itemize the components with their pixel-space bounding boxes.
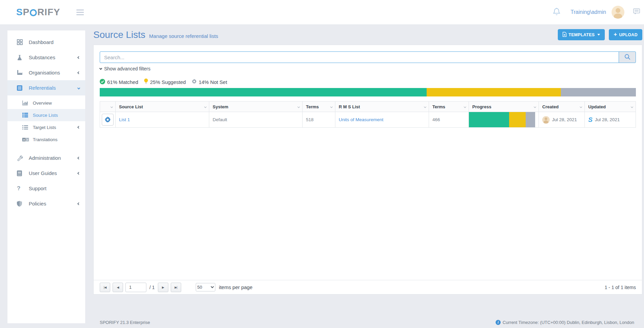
chat-icon[interactable] xyxy=(633,8,640,16)
app-version-label: SPORIFY 21.3 Enterprise xyxy=(100,320,150,325)
sidebar-item-translations[interactable]: Az Translations xyxy=(7,133,85,146)
user-avatar[interactable] xyxy=(612,6,624,19)
logo-rify: RIFY xyxy=(37,7,60,18)
column-header-progress[interactable]: Progress xyxy=(469,102,539,112)
page-total-label: / 1 xyxy=(149,285,155,290)
items-summary: 1 - 1 of 1 items xyxy=(604,285,636,290)
column-menu-icon[interactable] xyxy=(464,105,466,108)
page-size-select[interactable]: 50 xyxy=(196,283,215,291)
sidebar-item-user-guides[interactable]: User Guides xyxy=(7,166,85,181)
creator-avatar-icon xyxy=(542,116,550,124)
page-number-input[interactable] xyxy=(125,283,146,292)
column-menu-icon[interactable] xyxy=(424,105,426,108)
first-page-button[interactable]: |◀ xyxy=(100,283,110,292)
shield-icon xyxy=(17,201,24,207)
notifications-bell-icon[interactable] xyxy=(553,7,560,17)
source-lists-panel: Show advanced filters 61% Matched 25% Su… xyxy=(93,45,642,294)
column-header-rms-terms[interactable]: Terms xyxy=(429,102,469,112)
sporify-s-icon: S xyxy=(588,116,593,123)
terms-cell: 518 xyxy=(303,112,335,128)
sidebar-item-label: Overview xyxy=(33,101,52,106)
grid-icon xyxy=(17,39,24,45)
progress-matched-segment xyxy=(100,88,427,96)
column-menu-icon[interactable] xyxy=(580,105,582,108)
menu-toggle-icon[interactable] xyxy=(75,7,85,18)
list-box-icon xyxy=(17,85,24,91)
sidebar-item-substances[interactable]: Substances xyxy=(7,50,85,65)
sidebar-item-label: Support xyxy=(29,185,47,191)
sidebar-item-target-lists[interactable]: Target Lists xyxy=(7,121,85,133)
progress-legend: 61% Matched 25% Suggested 14% Not Set xyxy=(100,79,636,85)
sidebar-item-referentials[interactable]: Referentials xyxy=(7,80,85,95)
search-input[interactable] xyxy=(100,51,619,63)
row-actions-cell xyxy=(100,112,116,128)
translate-icon: Az xyxy=(22,137,29,142)
plus-icon: + xyxy=(614,31,617,38)
svg-text:z: z xyxy=(27,138,28,141)
table-row: List 1 Default 518 Units of Measurement … xyxy=(100,112,636,128)
progress-suggested-segment xyxy=(427,88,561,96)
column-header-rms-list[interactable]: R M S List xyxy=(335,102,429,112)
sidebar-item-label: User Guides xyxy=(29,170,57,176)
timezone-label: Current Timezone: (UTC+00:00) Dublin, Ed… xyxy=(503,320,634,325)
legend-suggested-label: 25% Suggested xyxy=(150,79,186,85)
column-header-terms[interactable]: Terms xyxy=(303,102,335,112)
advanced-filters-label: Show advanced filters xyxy=(104,66,150,71)
templates-button[interactable]: TEMPLATES xyxy=(558,29,605,40)
rms-list-link[interactable]: Units of Measurement xyxy=(339,117,383,122)
sidebar-item-label: Policies xyxy=(29,201,46,206)
logo-s: S xyxy=(16,7,23,18)
sporify-logo[interactable]: SPRIFY xyxy=(16,7,60,18)
sidebar-item-label: Referentials xyxy=(29,85,56,91)
sidebar-item-dashboard[interactable]: Dashboard xyxy=(7,35,85,50)
book-icon xyxy=(17,170,24,176)
updated-cell: SJul 28, 2021 xyxy=(585,112,636,128)
show-advanced-filters-toggle[interactable]: Show advanced filters xyxy=(100,66,150,71)
sidebar-item-support[interactable]: ? Support xyxy=(7,181,85,196)
page-title: Source Lists xyxy=(93,29,145,40)
sidebar-item-overview[interactable]: Overview xyxy=(7,97,85,109)
referentials-submenu: Overview Source Lists Target Lists Az Tr… xyxy=(7,95,85,148)
upload-button[interactable]: + UPLOAD xyxy=(609,29,642,40)
last-page-button[interactable]: ▶| xyxy=(171,283,181,292)
sidebar-item-source-lists[interactable]: Source Lists xyxy=(7,109,85,121)
column-header-source-list[interactable]: Source List xyxy=(116,102,209,112)
row-settings-button[interactable] xyxy=(102,114,114,126)
previous-page-button[interactable]: ◀ xyxy=(113,283,123,292)
templates-button-label: TEMPLATES xyxy=(569,32,595,37)
items-per-page-label: items per page xyxy=(219,284,253,290)
row-progress-bar xyxy=(469,112,535,127)
factory-icon xyxy=(17,70,24,75)
column-menu-icon[interactable] xyxy=(297,105,300,108)
column-menu-icon[interactable] xyxy=(330,105,333,108)
sidebar-item-administration[interactable]: Administration xyxy=(7,150,85,166)
sidebar-item-label: Source Lists xyxy=(33,113,58,118)
column-header-updated[interactable]: Updated xyxy=(585,102,636,112)
chevron-left-icon xyxy=(77,202,80,205)
gear-icon xyxy=(192,79,197,85)
column-menu-icon[interactable] xyxy=(111,105,113,108)
caret-down-icon xyxy=(597,34,600,36)
column-menu-icon[interactable] xyxy=(631,105,633,108)
sidebar-item-label: Substances xyxy=(29,54,55,60)
column-menu-icon[interactable] xyxy=(534,105,536,108)
list-icon xyxy=(22,125,29,130)
column-header-created[interactable]: Created xyxy=(539,102,585,112)
search-button[interactable] xyxy=(619,51,636,63)
sidebar-item-policies[interactable]: Policies xyxy=(7,196,85,211)
legend-matched-label: 61% Matched xyxy=(107,79,138,85)
sidebar-item-organisations[interactable]: Organisations xyxy=(7,65,85,80)
next-page-button[interactable]: ▶ xyxy=(158,283,168,292)
column-header-system[interactable]: System xyxy=(209,102,303,112)
column-menu-icon[interactable] xyxy=(204,105,207,108)
chevron-left-icon xyxy=(77,56,80,59)
search-icon xyxy=(624,54,630,61)
page-subtitle: Manage source referential lists xyxy=(149,33,218,39)
overall-progress-bar xyxy=(100,88,636,96)
check-circle-icon xyxy=(100,79,105,85)
source-list-link[interactable]: List 1 xyxy=(119,117,130,122)
user-menu[interactable]: Training\admin xyxy=(571,9,606,15)
table-header-row: Source List System Terms R M S List Term… xyxy=(100,102,636,112)
column-header-actions[interactable] xyxy=(100,102,116,112)
created-date: Jul 28, 2021 xyxy=(552,117,577,122)
